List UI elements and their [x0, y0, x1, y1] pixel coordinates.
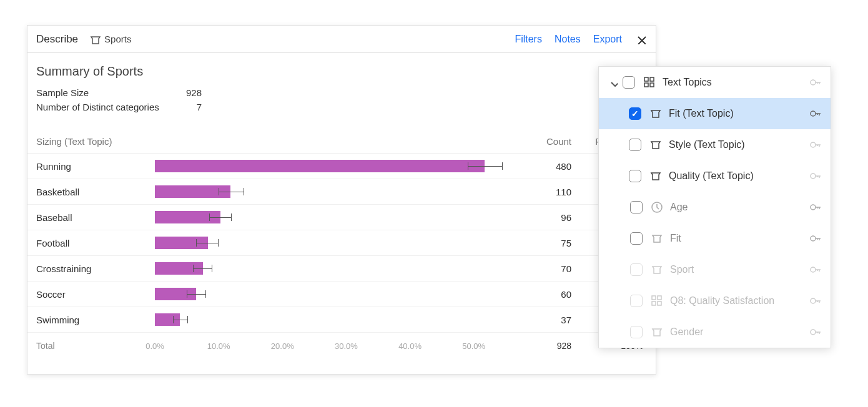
sample-size-label: Sample Size	[36, 87, 177, 98]
table-row[interactable]: Football758.3%	[27, 230, 656, 256]
row-count: 60	[512, 289, 571, 300]
field-item[interactable]: Style (Text Topic)	[599, 129, 831, 160]
field-item[interactable]: Sport	[599, 254, 831, 285]
key-icon[interactable]	[809, 326, 822, 338]
container-icon	[89, 34, 101, 45]
error-bar	[209, 217, 232, 218]
table-area: Sizing (Text Topic) Count Percentage Run…	[27, 136, 656, 359]
field-item[interactable]: Fit (Text Topic)	[599, 98, 831, 129]
field-label: Age	[670, 202, 688, 213]
field-item[interactable]: Fit	[599, 223, 831, 254]
axis-tick: 10.0%	[207, 341, 230, 351]
field-item[interactable]: Text Topics	[599, 67, 831, 98]
row-label: Football	[36, 238, 155, 248]
row-label: Running	[36, 161, 155, 172]
row-label: Swimming	[36, 315, 155, 325]
table-row[interactable]: Swimming373.9%	[27, 307, 656, 333]
field-label: Sport	[670, 264, 694, 275]
key-icon[interactable]	[809, 170, 822, 182]
error-bar	[187, 294, 206, 295]
field-checkbox[interactable]	[629, 139, 641, 151]
error-bar	[173, 320, 189, 320]
row-label: Baseball	[36, 212, 155, 223]
field-item[interactable]: Quality (Text Topic)	[599, 160, 831, 192]
row-label: Crosstraining	[36, 263, 155, 274]
field-label: Text Topics	[663, 77, 712, 88]
container-icon	[650, 326, 664, 338]
field-checkbox[interactable]	[630, 295, 643, 307]
container-icon	[649, 107, 663, 120]
field-checkbox[interactable]	[630, 263, 643, 276]
table-row[interactable]: Running48051.7%	[27, 154, 656, 179]
chevron-down-icon	[609, 78, 618, 87]
row-bar-cell	[155, 307, 512, 332]
key-icon[interactable]	[809, 295, 822, 307]
axis-tick: 30.0%	[335, 341, 358, 351]
grid-icon	[650, 295, 664, 307]
key-icon[interactable]	[809, 107, 822, 120]
field-checkbox[interactable]	[630, 201, 643, 213]
row-bar-cell	[155, 230, 512, 255]
clock-icon	[650, 201, 664, 213]
axis-tick: 0.0%	[145, 341, 164, 351]
field-checkbox[interactable]	[629, 170, 641, 182]
sample-size-value: 928	[177, 87, 202, 98]
row-bar-cell	[155, 256, 512, 281]
row-count: 480	[512, 161, 571, 172]
distinct-value: 7	[177, 102, 202, 112]
row-count: 96	[512, 212, 571, 223]
bar	[155, 160, 485, 172]
field-checkbox[interactable]	[629, 107, 641, 120]
category-tag[interactable]: Sports	[89, 34, 131, 45]
field-item[interactable]: Gender	[599, 316, 831, 348]
error-bar	[193, 268, 212, 269]
distinct-row: Number of Distinct categories 7	[36, 102, 647, 112]
row-count: 110	[512, 187, 571, 197]
key-icon[interactable]	[809, 263, 822, 276]
row-label: Soccer	[36, 289, 155, 300]
expand-toggle[interactable]	[608, 78, 619, 87]
field-checkbox[interactable]	[630, 232, 643, 245]
col-count[interactable]: Count	[512, 136, 571, 147]
error-bar	[196, 243, 219, 243]
field-selector-panel: Text TopicsFit (Text Topic)Style (Text T…	[598, 66, 831, 348]
total-count: 928	[512, 341, 571, 351]
row-count: 37	[512, 315, 571, 325]
col-category[interactable]: Sizing (Text Topic)	[36, 136, 155, 147]
close-button[interactable]	[634, 33, 647, 46]
row-count: 70	[512, 263, 571, 274]
key-icon[interactable]	[809, 76, 822, 89]
axis-tick: 50.0%	[462, 341, 485, 351]
field-checkbox[interactable]	[623, 76, 635, 89]
field-label: Q8: Quality Satisfaction	[670, 295, 774, 306]
distinct-label: Number of Distinct categories	[36, 102, 177, 112]
table-row[interactable]: Baseball9610.3%	[27, 205, 656, 230]
table-header: Sizing (Text Topic) Count Percentage	[27, 136, 656, 154]
table-row[interactable]: Basketball11011.8%	[27, 179, 656, 205]
panel-header: Describe Sports Filters Notes Export	[27, 26, 656, 53]
panel-title: Describe	[36, 33, 78, 46]
grid-icon	[643, 76, 656, 89]
field-label: Quality (Text Topic)	[669, 170, 754, 182]
table-row[interactable]: Crosstraining707.5%	[27, 256, 656, 282]
row-bar-cell	[155, 154, 512, 179]
field-item[interactable]: Age	[599, 192, 831, 223]
filters-link[interactable]: Filters	[515, 34, 542, 45]
notes-link[interactable]: Notes	[555, 34, 581, 45]
field-item[interactable]: Q8: Quality Satisfaction	[599, 285, 831, 316]
row-bar-cell	[155, 179, 512, 204]
container-icon	[649, 170, 663, 182]
table-row[interactable]: Soccer606.5%	[27, 282, 656, 307]
sample-size-row: Sample Size 928	[36, 87, 647, 98]
axis-tick: 40.0%	[398, 341, 422, 351]
total-row: Total 0.0%10.0%20.0%30.0%40.0%50.0% 928 …	[27, 333, 656, 359]
axis-tick: 20.0%	[271, 341, 294, 351]
category-tag-label: Sports	[104, 34, 131, 44]
container-icon	[650, 232, 664, 245]
key-icon[interactable]	[809, 139, 822, 151]
container-icon	[650, 263, 664, 276]
key-icon[interactable]	[809, 232, 822, 245]
export-link[interactable]: Export	[593, 34, 622, 45]
field-checkbox[interactable]	[630, 326, 643, 338]
key-icon[interactable]	[809, 201, 822, 213]
